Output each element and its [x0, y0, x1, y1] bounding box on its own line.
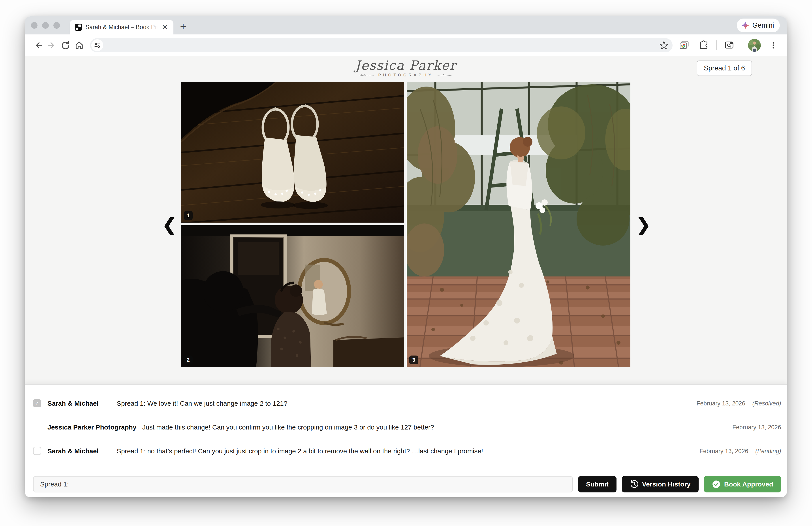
comment-resolved-checkbox[interactable] — [33, 447, 41, 455]
laurel-left-icon — [359, 73, 374, 77]
side-panel-search-button[interactable] — [722, 39, 736, 52]
gemini-sparkle-icon — [741, 21, 750, 30]
photo-number-badge: 1 — [184, 211, 193, 220]
tab-favicon-icon — [75, 24, 82, 31]
laurel-right-icon — [437, 73, 453, 77]
submit-button[interactable]: Submit — [578, 476, 617, 493]
browser-window: Sarah & Michael – Book Proof ✕ + Gemini — [25, 16, 787, 497]
photo-number-badge: 2 — [184, 356, 193, 364]
window-close-button[interactable] — [31, 22, 38, 29]
history-clock-icon — [630, 480, 639, 489]
tune-icon — [93, 41, 101, 49]
toolbar-divider — [742, 40, 742, 50]
address-bar[interactable] — [90, 38, 672, 52]
window-minimize-button[interactable] — [42, 22, 49, 29]
comment-text: Spread 1: no that’s perfect! Can you jus… — [117, 447, 483, 455]
comment-row: ✓ Sarah & Michael Spread 1: We love it! … — [33, 396, 781, 410]
comment-date: February 13, 2026 — [699, 448, 748, 455]
logo-subtitle: PHOTOGRAPHY — [378, 73, 433, 77]
comment-row: Jessica Parker Photography Just made thi… — [33, 420, 781, 434]
book-approved-label: Book Approved — [724, 481, 773, 488]
logo-name: Jessica Parker — [355, 58, 456, 72]
traffic-lights — [31, 22, 60, 29]
reload-button[interactable] — [59, 39, 72, 52]
bookmark-star-icon — [659, 40, 669, 51]
comment-composer: Submit Version History Book Approved — [33, 476, 781, 493]
spread-collage: ❮ ❯ — [181, 82, 630, 367]
home-button[interactable] — [72, 39, 86, 52]
forward-button[interactable] — [45, 39, 59, 52]
studio-logo: Jessica Parker PHOTOGRAPHY — [355, 58, 456, 77]
window-zoom-button[interactable] — [54, 22, 60, 29]
side-panel-search-icon — [724, 40, 734, 51]
comment-input[interactable] — [33, 476, 573, 493]
gemini-button[interactable]: Gemini — [737, 18, 780, 32]
proofing-page: Jessica Parker PHOTOGRAPHY Spread 1 of 6… — [25, 56, 787, 384]
chrome-windows-button[interactable] — [677, 39, 691, 52]
comment-status: (Resolved) — [752, 400, 781, 407]
comment-text: Spread 1: We love it! Can we just change… — [117, 400, 287, 407]
home-icon — [74, 40, 84, 50]
comment-date: February 13, 2026 — [697, 400, 745, 407]
tab-title: Sarah & Michael – Book Proof — [85, 23, 158, 31]
gemini-label: Gemini — [752, 22, 774, 29]
browser-toolbar — [25, 34, 787, 56]
profile-avatar[interactable] — [748, 39, 761, 52]
new-tab-button[interactable]: + — [180, 20, 186, 32]
chrome-windows-icon — [679, 40, 690, 51]
back-arrow-icon — [33, 40, 43, 50]
spread-indicator[interactable]: Spread 1 of 6 — [697, 60, 752, 76]
kebab-menu-icon — [769, 41, 778, 50]
comment-resolved-checkbox[interactable]: ✓ — [33, 399, 41, 407]
comment-date: February 13, 2026 — [733, 424, 781, 431]
version-history-button[interactable]: Version History — [622, 476, 699, 493]
version-history-label: Version History — [642, 481, 691, 488]
toolbar-divider — [716, 40, 717, 50]
avatar-photo — [748, 39, 761, 52]
tab-close-icon[interactable]: ✕ — [161, 24, 169, 31]
bookmark-button[interactable] — [659, 40, 669, 51]
site-settings-chip[interactable] — [91, 39, 103, 51]
browser-tab[interactable]: Sarah & Michael – Book Proof ✕ — [70, 20, 173, 34]
check-circle-icon — [712, 480, 721, 489]
reload-icon — [61, 40, 70, 50]
comment-author: Sarah & Michael — [47, 400, 99, 407]
photo-1-shoes: 1 — [181, 82, 404, 223]
comment-status: (Pending) — [755, 448, 781, 455]
comment-row: Sarah & Michael Spread 1: no that’s perf… — [33, 444, 781, 458]
comment-author: Jessica Parker Photography — [47, 424, 136, 431]
toolbar-right-cluster — [677, 39, 780, 52]
extensions-button[interactable] — [697, 39, 710, 52]
next-spread-button[interactable]: ❯ — [636, 216, 651, 233]
back-button[interactable] — [31, 39, 45, 52]
comment-text: Just made this change! Can you confirm y… — [142, 424, 434, 431]
photo-3-bride-train: 3 — [407, 82, 630, 367]
photo-number-badge: 3 — [409, 356, 418, 364]
photo-2-getting-ready: 2 — [181, 225, 404, 367]
tab-strip: Sarah & Michael – Book Proof ✕ + Gemini — [25, 16, 787, 34]
book-approved-button[interactable]: Book Approved — [704, 476, 781, 493]
comment-author: Sarah & Michael — [47, 447, 99, 455]
forward-arrow-icon — [47, 40, 57, 50]
comments-panel: ✓ Sarah & Michael Spread 1: We love it! … — [25, 384, 787, 497]
browser-menu-button[interactable] — [767, 39, 780, 52]
extensions-puzzle-icon — [699, 40, 709, 51]
previous-spread-button[interactable]: ❮ — [162, 216, 176, 233]
